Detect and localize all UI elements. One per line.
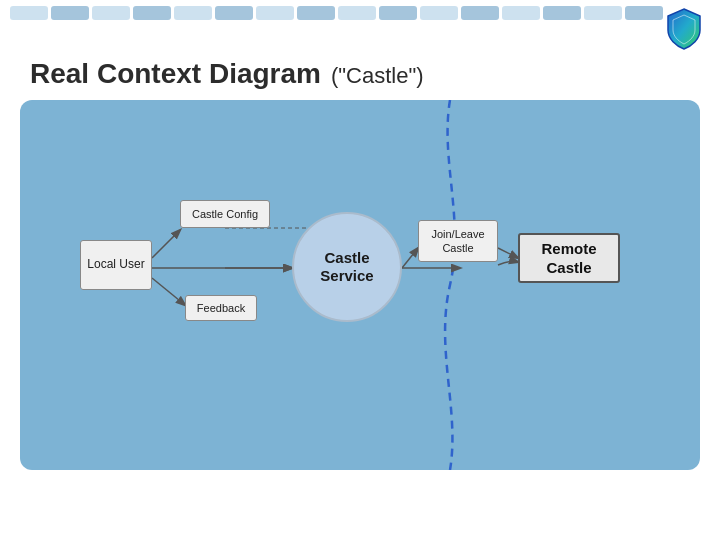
castle-config-box: Castle Config [180, 200, 270, 228]
pattern-block [625, 6, 663, 20]
title-area: Real Context Diagram ("Castle") [0, 50, 720, 100]
page-title: Real Context Diagram [30, 58, 321, 90]
feedback-box: Feedback [185, 295, 257, 321]
remote-castle-box: Remote Castle [518, 233, 620, 283]
pattern-block [133, 6, 171, 20]
svg-line-2 [152, 278, 185, 305]
svg-line-5 [498, 248, 518, 258]
pattern-block [256, 6, 294, 20]
pattern-block [420, 6, 458, 20]
shield-icon [662, 6, 706, 50]
join-leave-label: Join/LeaveCastle [431, 227, 484, 256]
castle-service-label: CastleService [320, 249, 373, 285]
pattern-block [543, 6, 581, 20]
local-user-label: Local User [87, 257, 144, 273]
pattern-block [379, 6, 417, 20]
pattern-block [51, 6, 89, 20]
pattern-block [584, 6, 622, 20]
feedback-label: Feedback [197, 302, 245, 314]
pattern-block [215, 6, 253, 20]
pattern-block [338, 6, 376, 20]
castle-config-label: Castle Config [192, 208, 258, 220]
pattern-block [297, 6, 335, 20]
join-leave-box: Join/LeaveCastle [418, 220, 498, 262]
svg-line-0 [152, 230, 180, 258]
remote-castle-label: Remote Castle [520, 239, 618, 278]
pattern-block [461, 6, 499, 20]
local-user-box: Local User [80, 240, 152, 290]
pattern-block [502, 6, 540, 20]
pattern-block [174, 6, 212, 20]
svg-line-4 [402, 248, 418, 268]
page-subtitle: ("Castle") [331, 63, 424, 89]
header-pattern [0, 0, 720, 50]
castle-service-circle: CastleService [292, 212, 402, 322]
diagram-container: Local User Castle Config Feedback Castle… [20, 100, 700, 470]
pattern-block [92, 6, 130, 20]
pattern-block [10, 6, 48, 20]
